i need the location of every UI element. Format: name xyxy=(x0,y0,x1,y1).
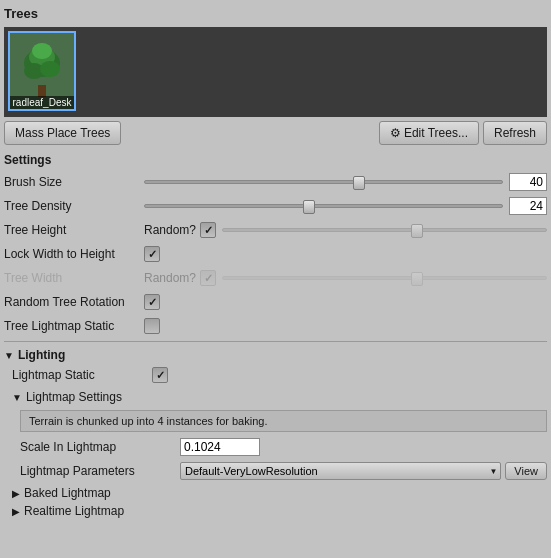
tree-width-random-checkbox xyxy=(200,270,216,286)
tree-width-slider xyxy=(222,276,547,280)
tree-width-row: Tree Width Random? xyxy=(4,267,547,289)
brush-size-value[interactable] xyxy=(509,173,547,191)
panel-title: Trees xyxy=(4,4,547,23)
random-rotation-checkbox[interactable] xyxy=(144,294,160,310)
tree-height-row: Tree Height Random? xyxy=(4,219,547,241)
svg-point-5 xyxy=(32,43,52,59)
brush-size-slider[interactable] xyxy=(144,180,503,184)
lock-width-row: Lock Width to Height xyxy=(4,243,547,265)
lightmap-static-cb-wrap[interactable] xyxy=(152,367,168,383)
baked-lightmap-arrow: ▶ xyxy=(12,488,20,499)
settings-header: Settings xyxy=(4,151,547,171)
lock-width-checkbox[interactable] xyxy=(144,246,160,262)
tree-name-label: radleaf_Desk xyxy=(10,96,74,109)
tree-thumbnail[interactable]: radleaf_Desk xyxy=(8,31,76,111)
tree-svg-icon xyxy=(18,43,66,99)
tree-gallery: radleaf_Desk xyxy=(4,27,547,117)
lightmap-view-button[interactable]: View xyxy=(505,462,547,480)
edit-trees-button[interactable]: ⚙ Edit Trees... xyxy=(379,121,479,145)
toolbar-right-buttons: ⚙ Edit Trees... Refresh xyxy=(379,121,547,145)
tree-height-slider xyxy=(222,228,547,232)
mass-place-button[interactable]: Mass Place Trees xyxy=(4,121,121,145)
lightmap-settings-label: Lightmap Settings xyxy=(26,390,122,404)
scale-lightmap-label: Scale In Lightmap xyxy=(20,440,180,454)
tree-density-thumb[interactable] xyxy=(303,200,315,214)
refresh-button[interactable]: Refresh xyxy=(483,121,547,145)
tree-width-thumb xyxy=(411,272,423,286)
random-rotation-label: Random Tree Rotation xyxy=(4,295,144,309)
baked-lightmap-label: Baked Lightmap xyxy=(24,486,111,500)
lighting-label: Lighting xyxy=(18,348,65,362)
tree-width-track xyxy=(222,276,547,280)
brush-size-track[interactable] xyxy=(144,180,503,184)
toolbar-row: Mass Place Trees ⚙ Edit Trees... Refresh xyxy=(4,121,547,145)
lightmap-static-row: Lightmap Static xyxy=(12,364,547,386)
lightmap-params-select[interactable]: Default-VeryLowResolution xyxy=(180,462,501,480)
brush-size-thumb[interactable] xyxy=(353,176,365,190)
tree-density-slider[interactable] xyxy=(144,204,503,208)
lightmap-static-checkbox[interactable] xyxy=(152,367,168,383)
tree-width-label: Tree Width xyxy=(4,271,144,285)
tree-height-thumb xyxy=(411,224,423,238)
tree-lightmap-checkbox[interactable] xyxy=(144,318,160,334)
tree-width-random-cb-wrap xyxy=(200,270,216,286)
scale-lightmap-value[interactable] xyxy=(180,438,260,456)
lock-width-label: Lock Width to Height xyxy=(4,247,144,261)
random-rotation-cb-wrap[interactable] xyxy=(144,294,160,310)
tree-width-random-label: Random? xyxy=(144,271,196,285)
svg-point-4 xyxy=(40,61,60,77)
lighting-content: Lightmap Static ▼ Lightmap Settings Terr… xyxy=(12,364,547,520)
baked-lightmap-header[interactable]: ▶ Baked Lightmap xyxy=(12,484,547,502)
realtime-lightmap-header[interactable]: ▶ Realtime Lightmap xyxy=(12,502,547,520)
lightmap-settings-header[interactable]: ▼ Lightmap Settings xyxy=(12,388,547,406)
tree-density-row: Tree Density xyxy=(4,195,547,217)
tree-lightmap-label: Tree Lightmap Static xyxy=(4,319,144,333)
lightmap-params-label: Lightmap Parameters xyxy=(20,464,180,478)
tree-height-random-label: Random? xyxy=(144,223,196,237)
lighting-arrow: ▼ xyxy=(4,350,14,361)
scale-lightmap-row: Scale In Lightmap xyxy=(20,436,547,458)
lighting-section: ▼ Lighting Lightmap Static ▼ Lightmap Se… xyxy=(4,346,547,520)
lightmap-params-row: Lightmap Parameters Default-VeryLowResol… xyxy=(20,460,547,482)
lightmap-info-box: Terrain is chunked up into 4 instances f… xyxy=(20,410,547,432)
tree-density-label: Tree Density xyxy=(4,199,144,213)
brush-size-row: Brush Size xyxy=(4,171,547,193)
lightmap-params-select-wrapper[interactable]: Default-VeryLowResolution xyxy=(180,462,501,480)
tree-lightmap-cb-wrap[interactable] xyxy=(144,318,160,334)
brush-size-label: Brush Size xyxy=(4,175,144,189)
lightmap-settings-content: Terrain is chunked up into 4 instances f… xyxy=(20,410,547,482)
trees-panel: Trees radleaf_Desk Mass Place Trees ⚙ Ed… xyxy=(0,0,551,524)
divider-1 xyxy=(4,341,547,342)
tree-lightmap-row: Tree Lightmap Static xyxy=(4,315,547,337)
lighting-header[interactable]: ▼ Lighting xyxy=(4,346,547,364)
lightmap-settings-arrow: ▼ xyxy=(12,392,22,403)
tree-density-track[interactable] xyxy=(144,204,503,208)
settings-block: Settings Brush Size Tree Density Tree H xyxy=(4,151,547,337)
lightmap-static-label: Lightmap Static xyxy=(12,368,152,382)
realtime-lightmap-label: Realtime Lightmap xyxy=(24,504,124,518)
tree-height-label: Tree Height xyxy=(4,223,144,237)
lightmap-params-select-wrap: Default-VeryLowResolution View xyxy=(180,462,547,480)
tree-density-value[interactable] xyxy=(509,197,547,215)
realtime-lightmap-arrow: ▶ xyxy=(12,506,20,517)
random-rotation-row: Random Tree Rotation xyxy=(4,291,547,313)
lock-width-cb-wrap[interactable] xyxy=(144,246,160,262)
tree-height-random-cb-wrap[interactable] xyxy=(200,222,216,238)
tree-height-random-checkbox[interactable] xyxy=(200,222,216,238)
tree-height-track xyxy=(222,228,547,232)
